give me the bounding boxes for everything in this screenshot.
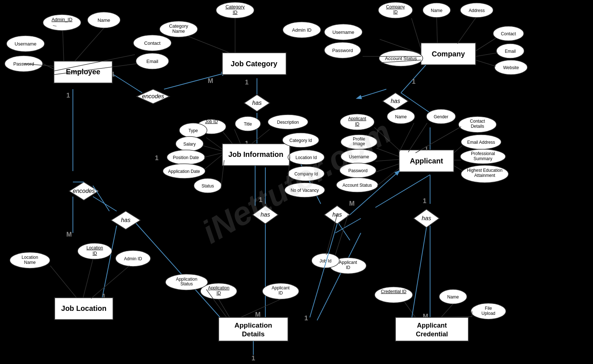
svg-line-75 xyxy=(326,215,337,255)
svg-line-26 xyxy=(75,28,104,61)
attr-education-label: Highest Education xyxy=(467,168,502,173)
has-applicantbottom-label: has xyxy=(422,215,431,221)
svg-line-59 xyxy=(476,60,496,66)
attr-credid-label: Credential ID xyxy=(381,289,406,294)
svg-line-13 xyxy=(375,175,430,207)
svg-line-77 xyxy=(310,224,337,317)
svg-line-67 xyxy=(241,299,281,317)
attr-title-label: Title xyxy=(244,122,252,127)
attr-education-label2: Attainment xyxy=(474,173,495,178)
attr-applicantid-appdetails-label2: ID xyxy=(278,290,283,296)
attr-catname-label: Category xyxy=(169,23,188,29)
attr-appid-label: Application xyxy=(208,285,230,290)
attr-locid-label: Location Id xyxy=(296,155,317,160)
attr-profsummary-label2: Summary xyxy=(473,156,492,161)
svg-line-25 xyxy=(63,31,64,61)
attr-locid-jobloc-label2: ID xyxy=(93,251,97,256)
svg-line-64 xyxy=(50,266,77,298)
attr-name-emp-label: Name xyxy=(98,17,110,23)
svg-line-23 xyxy=(43,64,54,69)
attr-applicantid-label2: ID xyxy=(355,122,359,127)
attr-website-label: Website xyxy=(503,65,519,70)
svg-line-36 xyxy=(223,132,233,144)
attr-profileimg-label: Profile xyxy=(353,136,365,142)
attr-applicantid-appdetails-label: Applicant xyxy=(272,285,290,290)
svg-line-54 xyxy=(411,18,421,49)
jobinfo-label: Job Information xyxy=(228,150,283,158)
card-M4: M xyxy=(349,200,355,207)
card-M2: M xyxy=(66,231,72,238)
attr-accstatus-applicant-label: Account Status xyxy=(343,183,372,188)
svg-line-43 xyxy=(374,127,399,150)
attr-catid-jobinfo-label: Category Id xyxy=(289,138,312,143)
attr-username-emp-label: Username xyxy=(15,41,36,47)
svg-line-76 xyxy=(412,228,426,317)
svg-line-58 xyxy=(476,53,498,56)
attr-name-company-label: Name xyxy=(431,8,442,13)
attr-type-label: Type xyxy=(188,128,198,133)
card-M: M xyxy=(208,77,213,84)
encodes-bottom-label: encodes xyxy=(73,188,95,194)
attr-password-company-label: Password xyxy=(332,48,353,53)
svg-line-71 xyxy=(441,304,453,317)
card-1i: 1 xyxy=(412,78,416,85)
has-rightcenter-label: has xyxy=(332,211,342,218)
attr-locname-label2: Name xyxy=(24,260,36,265)
card-1b: 1 xyxy=(245,79,249,86)
appcred-label: Applicant xyxy=(417,322,447,329)
attr-fileupload-label: File xyxy=(485,306,492,311)
card-1h: 1 xyxy=(423,197,426,205)
attr-contactdetails-label2: Details xyxy=(471,124,484,129)
svg-line-55 xyxy=(437,17,437,43)
attr-adminid-middle-label: Admin ID xyxy=(292,27,311,33)
applicant-label: Applicant xyxy=(410,157,443,165)
jobcategory-label: Job Category xyxy=(231,60,278,68)
attr-companyid-label: Company Id xyxy=(294,171,318,177)
attr-compid-company-label2: ID xyxy=(393,9,398,15)
attr-vacancy-label: No of Vacancy xyxy=(290,188,319,193)
svg-line-49 xyxy=(454,166,463,171)
appdetails-label2: Details xyxy=(242,330,265,338)
attr-gender-label: Gender xyxy=(434,114,448,119)
attr-status-jobinfo-label: Status xyxy=(202,183,214,189)
has-top-label: has xyxy=(252,100,262,106)
attr-adminid-label: Admin_ID xyxy=(51,17,72,22)
attr-catname-label2: Name xyxy=(172,28,185,34)
company-label: Company xyxy=(432,50,465,58)
svg-line-65 xyxy=(91,266,129,298)
attr-applicantid-cred-label2: ID xyxy=(346,265,350,270)
attr-emailaddr-label: Email Address xyxy=(467,140,495,145)
has-centerbottom-label: has xyxy=(261,211,270,218)
attr-applicantid-label: Applicant xyxy=(348,116,366,121)
attr-jobid-label: Job ID xyxy=(205,119,218,124)
svg-line-57 xyxy=(476,38,496,51)
attr-locname-label: Location xyxy=(22,255,38,260)
attr-compid-company-label: Company xyxy=(386,4,405,9)
attr-fileupload-label2: Upload xyxy=(481,311,495,316)
svg-line-51 xyxy=(375,159,399,161)
svg-line-50 xyxy=(377,148,399,157)
attr-address-label: Address xyxy=(469,8,485,13)
card-1e: 1 xyxy=(155,154,159,162)
svg-line-38 xyxy=(251,129,270,144)
card-1g: 1 xyxy=(259,196,262,203)
attr-catid-label: Category xyxy=(226,4,245,9)
attr-email-company-label: Email xyxy=(505,49,516,54)
employee-label: Employee xyxy=(66,68,100,76)
appdetails-label: Application xyxy=(234,321,272,329)
svg-line-34 xyxy=(204,155,222,169)
attr-appid-label2: ID xyxy=(216,290,221,296)
attr-contact-company-label: Contact xyxy=(501,31,516,36)
attr-appstatus-label2: Status xyxy=(180,281,193,286)
attr-profsummary-label: Professional xyxy=(471,151,495,156)
attr-password-applicant-label: Password xyxy=(348,168,368,173)
encodes-top-label: encodes xyxy=(142,93,164,99)
attr-name-cred-label: Name xyxy=(447,294,459,300)
appcred-label2: Credential xyxy=(416,331,448,338)
attr-locid-jobloc-label: Location xyxy=(86,245,103,250)
svg-line-47 xyxy=(454,146,462,153)
card-1-bottom: 1 xyxy=(251,355,255,362)
svg-line-8 xyxy=(135,222,226,324)
svg-line-19 xyxy=(357,89,386,98)
svg-line-63 xyxy=(83,259,93,298)
